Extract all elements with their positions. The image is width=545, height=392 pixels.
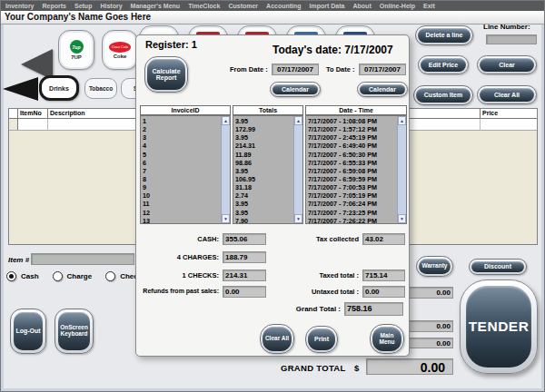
- menu-item-accounting[interactable]: Accounting: [266, 3, 302, 9]
- datetime-list[interactable]: 7/17/2007 - 1:08:08 PM7/17/2007 - 1:57:1…: [305, 115, 407, 224]
- menu-item-reports[interactable]: Reports: [43, 3, 66, 9]
- menu-item-setup[interactable]: Setup: [74, 3, 92, 9]
- tab-tobacco[interactable]: Tobacco: [84, 78, 117, 99]
- menu-item-exit[interactable]: Exit: [423, 3, 435, 9]
- scroll-up-icon[interactable]: ▲: [398, 116, 406, 125]
- invoice-datetime-cell[interactable]: 7/17/2007 - 7:05:19 PM: [308, 191, 397, 200]
- invoice-datetime-cell[interactable]: 7/17/2007 - 7:26:22 PM: [308, 217, 397, 223]
- invoice-total-cell[interactable]: 172.99: [235, 125, 293, 133]
- to-date-input[interactable]: 07/17/2007: [359, 64, 406, 75]
- custom-item-button[interactable]: Custom Item: [413, 85, 473, 105]
- totals-list[interactable]: 3.95172.993.95214.3111.8998.863.95106.95…: [233, 115, 303, 224]
- col-itemno: ItemNo: [18, 109, 48, 118]
- tender-button[interactable]: TENDER: [460, 279, 538, 374]
- invoice-total-cell[interactable]: 3.95: [235, 117, 293, 125]
- charges-label: 4 CHARGES:: [136, 253, 219, 261]
- clear-all-button[interactable]: Clear All: [477, 85, 537, 104]
- radio-circle-icon[interactable]: [53, 271, 63, 281]
- product-label: Coke: [114, 54, 127, 59]
- delete-line-button[interactable]: Delete a line: [415, 25, 473, 45]
- invoice-datetime-cell[interactable]: 7/17/2007 - 6:50:30 PM: [308, 151, 397, 159]
- invoice-datetime-cell[interactable]: 7/17/2007 - 2:45:19 PM: [308, 133, 397, 142]
- scroll-up-icon[interactable]: ▲: [222, 116, 230, 125]
- side-total-field-2: 0.00: [408, 320, 453, 332]
- scrollbar[interactable]: ▲ ▼: [221, 116, 230, 223]
- invoice-id-cell[interactable]: 9: [143, 183, 221, 191]
- invoice-id-cell[interactable]: 13: [143, 217, 221, 223]
- product-button-7up[interactable]: 7up 7UP: [58, 30, 94, 70]
- invoice-id-cell[interactable]: 11: [143, 200, 221, 208]
- radio-charge[interactable]: Charge: [53, 271, 93, 281]
- invoice-total-cell[interactable]: 3.95: [235, 200, 293, 208]
- product-button-coke[interactable]: Coca Cola Coke: [102, 30, 138, 70]
- to-calendar-button[interactable]: Calendar: [357, 82, 408, 97]
- invoice-id-cell[interactable]: 4: [143, 142, 221, 150]
- menu-item-customer[interactable]: Customer: [228, 3, 258, 9]
- onscreen-keyboard-button[interactable]: OnScreen Keyboard: [54, 309, 94, 354]
- tab-drinks[interactable]: Drinks: [39, 75, 79, 101]
- menu-item-timeclock[interactable]: TimeClock: [188, 3, 220, 9]
- invoice-total-cell[interactable]: 106.95: [235, 175, 293, 183]
- invoice-datetime-cell[interactable]: 7/17/2007 - 1:57:12 PM: [308, 125, 397, 133]
- invoice-id-cell[interactable]: 3: [143, 133, 221, 142]
- edit-price-button[interactable]: Edit Price: [418, 55, 469, 74]
- invoice-id-cell[interactable]: 7: [143, 167, 221, 175]
- scrollbar[interactable]: ▲ ▼: [293, 116, 302, 223]
- invoice-id-cell[interactable]: 2: [143, 125, 221, 133]
- invoice-id-cell[interactable]: 5: [143, 151, 221, 159]
- calculate-report-button[interactable]: Calculate Report: [144, 56, 188, 93]
- radio-cash[interactable]: Cash: [6, 271, 39, 281]
- scroll-down-icon[interactable]: ▼: [222, 214, 230, 223]
- radio-circle-icon[interactable]: [105, 271, 115, 281]
- invoice-total-cell[interactable]: 3.95: [235, 133, 293, 142]
- invoice-total-cell[interactable]: 3.95: [235, 209, 293, 217]
- clear-button[interactable]: Clear: [477, 55, 537, 74]
- invoice-total-cell[interactable]: 3.95: [235, 167, 293, 175]
- invoice-id-cell[interactable]: 6: [143, 159, 221, 167]
- invoice-datetime-cell[interactable]: 7/17/2007 - 6:49:40 PM: [308, 142, 397, 150]
- invoice-total-cell[interactable]: 31.18: [235, 183, 293, 191]
- dialog-main-menu-button[interactable]: Main Menu: [370, 324, 404, 354]
- scroll-down-icon[interactable]: ▼: [398, 214, 406, 223]
- logout-button[interactable]: Log-Out: [10, 309, 46, 354]
- invoice-datetime-cell[interactable]: 7/17/2007 - 7:00:53 PM: [308, 183, 397, 191]
- invoice-datetime-cell[interactable]: 7/17/2007 - 7:06:24 PM: [308, 200, 397, 208]
- totals-header: Totals: [233, 105, 303, 115]
- dialog-clear-all-button[interactable]: Clear All: [260, 324, 294, 354]
- invoice-datetime-cell[interactable]: 7/17/2007 - 7:23:25 PM: [308, 209, 397, 217]
- menu-item-about[interactable]: About: [353, 3, 372, 9]
- menu-item-manager-s-menu[interactable]: Manager's Menu: [131, 3, 181, 9]
- dialog-print-button[interactable]: Print: [305, 326, 338, 353]
- discount-button[interactable]: Discount: [469, 259, 527, 275]
- scroll-up-icon[interactable]: ▲: [294, 116, 302, 125]
- invoice-id-cell[interactable]: 8: [143, 175, 221, 183]
- grand-total-label: GRAND TOTAL: [281, 363, 346, 373]
- from-date-input[interactable]: 07/17/2007: [272, 64, 319, 75]
- line-number-input[interactable]: [486, 34, 537, 44]
- invoice-datetime-cell[interactable]: 7/17/2007 - 1:08:08 PM: [308, 117, 397, 125]
- menu-item-import-data[interactable]: Import Data: [310, 3, 345, 9]
- from-calendar-button[interactable]: Calendar: [270, 82, 321, 97]
- invoice-total-cell[interactable]: 7.90: [235, 217, 293, 223]
- invoice-id-cell[interactable]: 12: [143, 209, 221, 217]
- invoice-id-cell[interactable]: 10: [143, 191, 221, 200]
- invoice-datetime-cell[interactable]: 7/17/2007 - 6:59:59 PM: [308, 175, 397, 183]
- invoice-total-cell[interactable]: 98.86: [235, 159, 293, 167]
- menu-item-inventory[interactable]: Inventory: [5, 3, 35, 9]
- invoice-datetime-cell[interactable]: 7/17/2007 - 6:55:33 PM: [308, 159, 397, 167]
- invoice-id-cell[interactable]: 1: [143, 117, 221, 125]
- radio-circle-icon[interactable]: [6, 271, 16, 281]
- item-number-input[interactable]: [31, 253, 134, 265]
- menu-item-online-help[interactable]: Online-Help: [380, 3, 415, 9]
- invoice-total-cell[interactable]: 11.89: [235, 151, 293, 159]
- scroll-down-icon[interactable]: ▼: [294, 214, 302, 223]
- scroll-tabs-left-icon[interactable]: [3, 77, 38, 101]
- scrollbar[interactable]: ▲ ▼: [397, 116, 406, 223]
- invoice-id-list[interactable]: 12345678910111213 ▲ ▼: [140, 115, 231, 224]
- invoice-total-cell[interactable]: 2.74: [235, 191, 293, 200]
- warranty-button[interactable]: Warranty: [416, 256, 453, 277]
- menu-item-history[interactable]: History: [100, 3, 122, 9]
- invoice-datetime-cell[interactable]: 7/17/2007 - 6:59:08 PM: [308, 167, 397, 175]
- row-selector-cell[interactable]: [9, 119, 18, 130]
- invoice-total-cell[interactable]: 214.31: [235, 142, 293, 150]
